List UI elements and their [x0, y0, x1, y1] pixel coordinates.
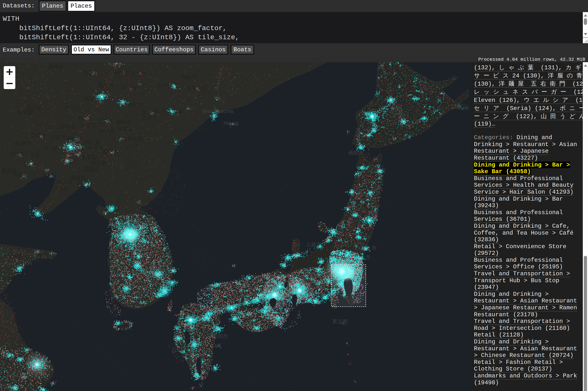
svg-text:奈曼旗: 奈曼旗: [17, 109, 33, 115]
svg-text:회령시: 회령시: [171, 127, 187, 132]
svg-text:蛟河市: 蛟河市: [128, 102, 144, 107]
svg-text:朝阳市: 朝阳市: [9, 151, 25, 157]
svg-text:米市: 米市: [368, 209, 378, 215]
svg-text:莱西市: 莱西市: [17, 245, 33, 251]
svg-text:穆棱市: 穆棱市: [181, 74, 197, 80]
svg-text:신포시: 신포시: [148, 180, 163, 186]
svg-text:新宾县: 新宾县: [88, 145, 103, 151]
svg-text:盐城市: 盐城市: [12, 317, 28, 323]
svg-text:舒兰市: 舒兰市: [121, 86, 136, 91]
svg-text:원산시: 원산시: [139, 197, 155, 203]
svg-text:大连: 大连: [60, 211, 70, 216]
svg-text:의인민공화: 의인민공화: [124, 176, 150, 182]
svg-text:港市: 港市: [2, 293, 12, 298]
svg-text:五常市: 五常市: [131, 71, 147, 77]
svg-text:东台市: 东台市: [15, 328, 31, 334]
svg-text:新民市: 新民市: [51, 135, 66, 140]
svg-text:酒田: 酒田: [335, 204, 346, 210]
svg-text:돈화시: 돈화시: [142, 115, 157, 120]
svg-text:桦甸市: 桦甸市: [116, 119, 132, 125]
svg-text:函館市: 函館市: [348, 150, 364, 155]
svg-text:평안남도: 평안남도: [109, 185, 129, 191]
svg-text:北票市: 北票市: [15, 140, 31, 146]
svg-text:清原县: 清原县: [84, 139, 100, 145]
svg-text:東京都: 東京都: [332, 318, 348, 324]
svg-text:双辽市: 双辽市: [65, 104, 80, 110]
svg-text:洮南市: 洮南市: [48, 64, 64, 70]
svg-text:국: 국: [129, 183, 135, 189]
svg-text:海阳市: 海阳市: [37, 252, 53, 258]
svg-text:开原市: 开原市: [80, 122, 96, 128]
svg-text:通化市: 通化市: [103, 149, 118, 154]
svg-text:松原市: 松原市: [84, 69, 100, 75]
svg-text:海安市: 海安市: [21, 338, 36, 344]
svg-text:日照市: 日照市: [2, 276, 17, 282]
svg-text:庄河市: 庄河市: [53, 186, 69, 192]
svg-text:抚松县: 抚松县: [128, 136, 143, 141]
svg-text:滨海县: 滨海县: [8, 305, 23, 311]
svg-text:단천시: 단천시: [163, 168, 178, 174]
svg-text:普兰店区: 普兰店区: [30, 193, 50, 199]
svg-text:本溪县: 本溪县: [81, 154, 97, 160]
svg-text:德惠市: 德惠市: [98, 82, 113, 88]
svg-text:岫岩县: 岫岩县: [57, 179, 73, 185]
svg-text:营口市: 营口市: [41, 173, 56, 178]
svg-text:秋田: 秋田: [335, 187, 346, 193]
svg-text:라선시: 라선시: [190, 127, 205, 132]
svg-text:조선민주주: 조선민주주: [124, 169, 149, 174]
svg-text:자강도: 자강도: [125, 162, 140, 168]
svg-text:义县: 义县: [30, 152, 40, 158]
svg-text:法库县: 法库县: [60, 124, 76, 130]
svg-text:恒仁县: 恒仁县: [91, 160, 107, 166]
svg-text:宽甸县: 宽甸县: [84, 166, 100, 172]
svg-text:辽中区: 辽中区: [42, 146, 58, 151]
svg-text:岚山区: 岚山区: [4, 285, 20, 291]
svg-text:강원도: 강원도: [137, 207, 153, 213]
svg-text:临江市: 临江市: [124, 143, 139, 149]
